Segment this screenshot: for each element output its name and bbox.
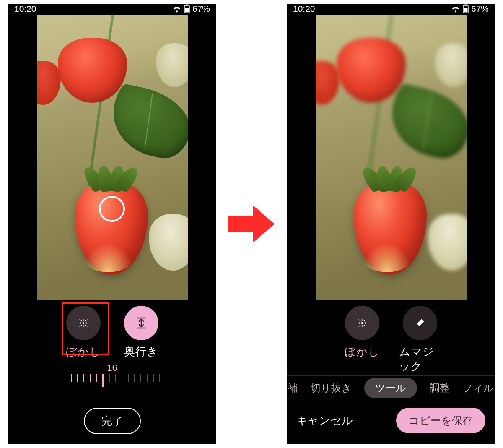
blur-slider[interactable]: 16 — [8, 362, 216, 391]
status-time: 10:20 — [14, 4, 36, 14]
status-bar: 10:20 67% — [287, 4, 495, 14]
svg-rect-25 — [464, 8, 467, 13]
svg-rect-2 — [185, 8, 189, 13]
tab-partial-left[interactable]: 補 — [288, 381, 298, 395]
bottom-bar: キャンセル コピーを保存 — [287, 400, 495, 444]
edit-tabs[interactable]: 補 切り抜き ツール 調整 フィル — [287, 375, 495, 400]
tool-blur[interactable]: ぼかし — [341, 306, 383, 374]
svg-point-38 — [367, 323, 368, 323]
svg-point-30 — [364, 322, 366, 323]
blur-icon — [345, 306, 379, 340]
svg-point-36 — [362, 328, 363, 328]
done-button[interactable]: 完了 — [84, 408, 141, 434]
tool-row: ぼかし 奥行き — [8, 300, 216, 361]
depth-icon — [124, 306, 158, 340]
status-time: 10:20 — [293, 4, 315, 14]
bottom-bar: 完了 — [8, 399, 216, 444]
photo-canvas[interactable] — [287, 14, 495, 300]
eraser-icon — [403, 306, 437, 340]
save-copy-button[interactable]: コピーを保存 — [396, 408, 485, 433]
tutorial-highlight — [62, 302, 109, 355]
battery-icon — [463, 4, 469, 13]
tool-depth-label: 奥行き — [124, 344, 158, 359]
photo-preview[interactable] — [316, 15, 467, 300]
tool-magic-label: ムマジック — [399, 344, 441, 374]
svg-point-26 — [361, 322, 363, 324]
phone-screen-right: 10:20 67% — [287, 4, 495, 444]
svg-point-32 — [363, 320, 365, 322]
tool-magic-eraser[interactable]: ムマジック — [399, 306, 441, 374]
photo-preview[interactable] — [37, 15, 188, 300]
photo-canvas[interactable] — [8, 14, 216, 300]
slider-value: 16 — [8, 362, 216, 373]
svg-rect-1 — [186, 5, 188, 6]
status-bar: 10:20 67% — [8, 4, 216, 14]
tab-tools[interactable]: ツール — [364, 378, 417, 398]
svg-point-41 — [358, 326, 359, 327]
focus-ring[interactable] — [99, 196, 125, 222]
status-battery: 67% — [471, 4, 489, 14]
battery-icon — [184, 4, 190, 13]
wifi-icon — [451, 5, 460, 13]
tool-blur-label: ぼかし — [345, 344, 380, 359]
svg-rect-24 — [464, 5, 467, 6]
svg-point-29 — [358, 322, 360, 323]
svg-point-37 — [357, 323, 358, 323]
svg-point-31 — [359, 320, 360, 322]
tool-depth[interactable]: 奥行き — [120, 306, 162, 359]
wifi-icon — [172, 5, 181, 13]
svg-point-34 — [363, 325, 365, 326]
status-battery: 67% — [192, 4, 210, 14]
arrow-icon — [228, 205, 275, 243]
tab-partial-right[interactable]: フィル — [462, 381, 494, 395]
svg-point-28 — [361, 325, 363, 326]
svg-point-27 — [361, 319, 363, 320]
svg-point-35 — [362, 318, 363, 318]
cancel-button[interactable]: キャンセル — [296, 413, 353, 428]
svg-point-39 — [358, 319, 359, 320]
svg-point-42 — [366, 326, 366, 327]
tab-crop[interactable]: 切り抜き — [311, 381, 352, 395]
slider-ruler[interactable] — [58, 374, 167, 391]
svg-point-40 — [366, 319, 366, 320]
svg-point-33 — [359, 325, 360, 326]
phone-screen-left: 10:20 67% — [8, 4, 216, 444]
tool-row: ぼかし ムマジック — [287, 300, 495, 375]
tab-adjust[interactable]: 調整 — [430, 381, 450, 395]
